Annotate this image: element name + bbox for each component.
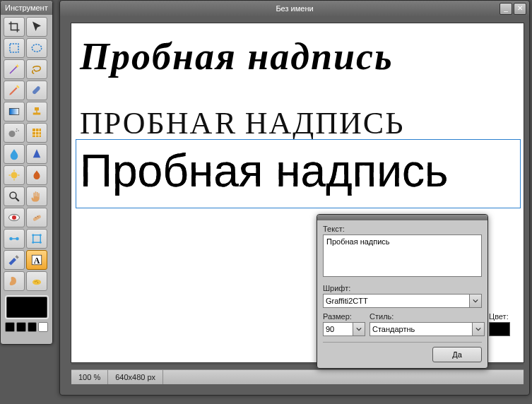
crop-tool[interactable] — [4, 17, 25, 37]
sample-text-line-2: ПРОБНАЯ НАДПИСЬ — [80, 105, 515, 141]
size-input[interactable] — [323, 322, 353, 336]
blur-tool[interactable] — [4, 144, 25, 164]
swatch-history — [5, 322, 48, 332]
rect-select-icon — [8, 42, 20, 54]
dialog-titlebar[interactable] — [317, 215, 487, 220]
sharpen-tool[interactable] — [26, 144, 47, 164]
font-dropdown-button[interactable] — [469, 294, 482, 308]
tool-palette-title: Инструмент — [1, 1, 52, 15]
spray-tool[interactable] — [4, 123, 25, 143]
ok-button[interactable]: Да — [432, 347, 482, 362]
swatch-mini[interactable] — [5, 322, 15, 332]
shape-tool[interactable] — [26, 229, 47, 249]
svg-text:A: A — [34, 256, 40, 266]
brush-icon — [30, 84, 43, 97]
swatch-mini[interactable] — [38, 322, 48, 332]
style-label: Стиль: — [370, 312, 485, 321]
shape-icon — [30, 232, 43, 245]
ellipse-select-tool[interactable] — [26, 38, 47, 58]
sharpen-icon — [30, 148, 43, 160]
red-eye-tool[interactable] — [4, 208, 25, 227]
svg-point-4 — [16, 129, 18, 130]
pointer-icon — [30, 20, 43, 33]
blur-icon — [8, 148, 20, 160]
pointer-tool[interactable] — [26, 17, 47, 37]
ellipse-select-icon — [30, 42, 43, 54]
color-label: Цвет: — [489, 312, 510, 321]
spray-icon — [8, 126, 20, 139]
sponge-tool[interactable] — [26, 271, 47, 291]
svg-point-16 — [32, 234, 34, 236]
hand-icon — [30, 190, 43, 203]
svg-rect-0 — [10, 44, 18, 52]
svg-point-23 — [35, 281, 36, 283]
tool-palette-window: Инструмент A — [0, 0, 53, 345]
align-icon — [8, 232, 20, 245]
text-tool-dialog: Текст: Шрифт: Размер: Стиль: — [317, 214, 488, 369]
style-select[interactable] — [370, 322, 472, 336]
stamp-tool[interactable] — [26, 102, 47, 121]
size-dropdown-button[interactable] — [353, 322, 365, 336]
rect-select-tool[interactable] — [4, 38, 25, 58]
eyedropper-tool[interactable] — [4, 250, 25, 270]
text-icon: A — [30, 254, 43, 266]
hand-tool[interactable] — [26, 186, 47, 206]
svg-point-8 — [11, 172, 18, 179]
swatch-mini[interactable] — [16, 322, 26, 332]
lasso-tool[interactable] — [26, 59, 47, 79]
size-label: Размер: — [323, 312, 365, 321]
svg-point-19 — [40, 242, 42, 244]
zoom-tool[interactable] — [4, 186, 25, 206]
smudge-tool[interactable] — [4, 271, 25, 291]
heal-icon — [30, 211, 43, 224]
minimize-button[interactable]: _ — [500, 3, 512, 15]
pattern-tool[interactable] — [26, 123, 47, 143]
lasso-icon — [30, 63, 43, 76]
wand-tool[interactable] — [4, 59, 25, 79]
status-zoom[interactable]: 100 % — [71, 370, 108, 384]
chevron-down-icon — [473, 298, 478, 304]
svg-rect-7 — [32, 129, 41, 137]
sample-text-line-1: Пробная надпись — [80, 35, 515, 78]
sponge-icon — [30, 275, 43, 287]
swatch-mini[interactable] — [28, 322, 37, 332]
burn-icon — [30, 169, 43, 182]
svg-point-1 — [32, 44, 42, 52]
style-dropdown-button[interactable] — [472, 322, 485, 336]
chevron-down-icon — [475, 326, 481, 332]
pencil-icon — [8, 84, 20, 97]
gradient-icon — [8, 105, 20, 118]
pencil-tool[interactable] — [4, 81, 25, 100]
svg-point-24 — [37, 283, 39, 284]
zoom-icon — [8, 190, 20, 203]
color-swatch-area — [5, 295, 48, 332]
svg-point-6 — [16, 131, 17, 132]
wand-icon — [8, 63, 20, 76]
text-input[interactable] — [323, 234, 482, 277]
align-tool[interactable] — [4, 229, 25, 249]
font-label: Шрифт: — [323, 284, 482, 292]
svg-point-9 — [10, 192, 16, 198]
svg-point-17 — [40, 234, 42, 236]
brush-tool[interactable] — [26, 81, 47, 100]
font-select[interactable] — [323, 294, 469, 308]
text-color-swatch[interactable] — [489, 322, 510, 336]
burn-tool[interactable] — [26, 165, 47, 185]
status-dimensions: 640x480 px — [108, 370, 163, 384]
gradient-tool[interactable] — [4, 102, 25, 121]
svg-rect-2 — [9, 109, 19, 115]
text-tool[interactable]: A — [26, 250, 47, 270]
dodge-tool[interactable] — [4, 165, 25, 185]
dodge-icon — [8, 169, 20, 182]
smudge-icon — [8, 275, 20, 287]
text-label: Текст: — [323, 225, 482, 233]
heal-tool[interactable] — [26, 208, 47, 227]
svg-point-22 — [32, 280, 41, 285]
stamp-icon — [30, 105, 43, 118]
crop-icon — [8, 20, 20, 33]
svg-point-11 — [12, 215, 16, 220]
close-button[interactable]: ✕ — [514, 3, 526, 15]
svg-point-18 — [32, 242, 34, 244]
pattern-icon — [30, 126, 43, 139]
foreground-color-swatch[interactable] — [5, 295, 49, 319]
